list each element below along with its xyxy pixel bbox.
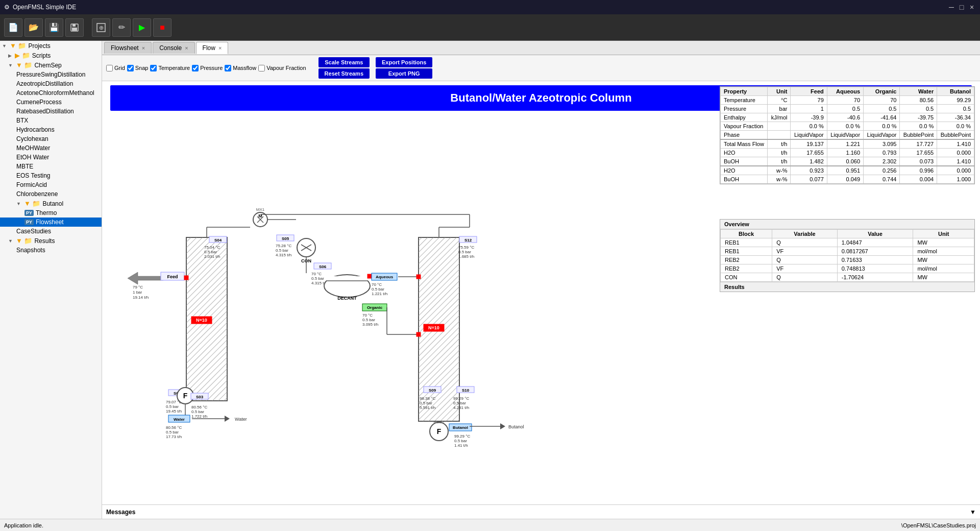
sidebar-item-eos-label: EOS Testing	[16, 172, 50, 179]
pressure-checkbox[interactable]	[192, 65, 199, 71]
export-positions-button[interactable]: Export Positions	[376, 57, 432, 67]
sidebar-item-snapshots[interactable]: Snapshots	[0, 246, 102, 255]
save-as-button[interactable]	[65, 18, 84, 37]
mx1-label: MX1	[256, 207, 265, 212]
s04-temp: 75.04 °C	[204, 245, 220, 250]
sidebar-item-flowsheet[interactable]: PY Flowsheet	[0, 218, 102, 227]
sidebar-item-cyclohexan[interactable]: Cyclohexan	[0, 134, 102, 143]
save-button[interactable]: 💾	[45, 18, 63, 37]
vapour-fraction-checkbox[interactable]	[258, 65, 265, 71]
butanol-temp: 99.29 °C	[454, 434, 470, 439]
butanol-arrow	[500, 423, 505, 429]
s06-label: S06	[319, 264, 327, 269]
grid-checkbox[interactable]	[106, 65, 113, 71]
s02-pres: 0.5 bar	[166, 404, 179, 409]
water-flow: 17.73 t/h	[166, 435, 182, 439]
messages-chevron[interactable]: ▼	[970, 509, 976, 516]
sidebar-item-formic-label: FormicAcid	[16, 181, 47, 188]
table-row: REB2Q0.71633MW	[721, 256, 974, 264]
sidebar-item-projects[interactable]: ▼ 📁 Projects	[0, 41, 102, 51]
run-button[interactable]: ▶	[133, 18, 151, 37]
table-row: REB2VF0.748813mol/mol	[721, 264, 974, 273]
sidebar-item-scripts[interactable]: ▶ 📁 Scripts	[0, 51, 102, 60]
decant-mid	[327, 276, 368, 286]
sidebar-item-acm-label: AcetoneChloroformMethanol	[16, 89, 94, 96]
sidebar-item-casestudies[interactable]: CaseStudies	[0, 227, 102, 236]
import-button[interactable]: ⊕	[92, 18, 110, 37]
titlebar-controls: ─ □ ×	[947, 3, 976, 11]
tab-flow-close[interactable]: ×	[218, 45, 222, 51]
maximize-button[interactable]: □	[958, 3, 966, 11]
sidebar-item-hydrocarbons[interactable]: Hydrocarbons	[0, 125, 102, 134]
s05-label: S05	[282, 236, 289, 241]
snap-checkbox[interactable]	[127, 65, 134, 71]
edit-button[interactable]: ✏	[112, 18, 131, 37]
pressure-checkbox-label[interactable]: Pressure	[192, 65, 223, 71]
tab-flowsheet-close[interactable]: ×	[142, 45, 145, 51]
stop-button[interactable]: ■	[153, 18, 172, 37]
sidebar-item-formic[interactable]: FormicAcid	[0, 180, 102, 189]
snap-checkbox-label[interactable]: Snap	[127, 65, 149, 71]
temperature-checkbox-label[interactable]: Temperature	[150, 65, 190, 71]
folder-icon: ▼ 📁	[24, 200, 40, 207]
water-stream-label: Water	[174, 417, 185, 422]
feed-label: Feed	[167, 274, 178, 279]
messages-area[interactable]: Messages ▼	[102, 504, 980, 519]
massflow-checkbox-label[interactable]: Massflow	[225, 65, 256, 71]
close-button[interactable]: ×	[968, 3, 976, 11]
organic-temp: 70 °C	[362, 313, 373, 318]
new-file-button[interactable]: 📄	[4, 18, 22, 37]
n10-col1-text: N=10	[196, 318, 207, 323]
toolbar: 📄 📂 💾 ⊕ ✏ ▶ ■	[0, 14, 980, 41]
vapour-fraction-checkbox-label[interactable]: Vapour Fraction	[258, 65, 306, 71]
statusbar: Application idle. \OpenFMSL\CaseStudies.…	[0, 519, 980, 531]
tab-console-close[interactable]: ×	[185, 45, 188, 51]
tab-flow[interactable]: Flow ×	[196, 42, 229, 54]
feed-port	[184, 276, 188, 280]
flow-diagram[interactable]: Feed 79 °C 1 bar 19.14 t/h N=10	[102, 115, 561, 472]
sidebar-item-meohwater[interactable]: MeOHWater	[0, 143, 102, 153]
s10-label: S10	[462, 388, 470, 393]
sidebar-item-psd[interactable]: PressureSwingDistillation	[0, 70, 102, 79]
sidebar-item-thermo[interactable]: PY Thermo	[0, 208, 102, 218]
sidebar: ▼ 📁 Projects ▶ 📁 Scripts ▼ 📁 ChemSep Pre…	[0, 41, 102, 519]
sidebar-item-snapshots-label: Snapshots	[16, 247, 45, 254]
folder-icon: ▼ 📁	[16, 237, 32, 245]
feed-temp: 79 °C	[133, 285, 143, 289]
sidebar-item-meohwater-label: MeOHWater	[16, 144, 50, 152]
feed-pres: 1 bar	[133, 290, 142, 295]
export-png-button[interactable]: Export PNG	[376, 68, 432, 79]
massflow-checkbox[interactable]	[225, 65, 231, 71]
minimize-button[interactable]: ─	[947, 3, 955, 11]
sidebar-item-cumene-label: CumeneProcess	[16, 99, 62, 106]
reset-streams-button[interactable]: Reset Streams	[318, 68, 370, 79]
scale-streams-button[interactable]: Scale Streams	[318, 57, 370, 67]
prop-header-property: Property	[721, 87, 768, 96]
prop-header-butanol: Butanol	[937, 87, 974, 96]
sidebar-item-results[interactable]: ▼ 📁 Results	[0, 236, 102, 246]
sidebar-item-butanol[interactable]: ▼ 📁 Butanol	[0, 199, 102, 208]
sidebar-item-ratebased[interactable]: RatebasedDistillation	[0, 107, 102, 116]
flow-area[interactable]: Butanol/Water Azeotropic Column Feed 79 …	[102, 81, 980, 504]
tab-console[interactable]: Console ×	[153, 42, 194, 54]
sidebar-item-chemsep[interactable]: ▼ 📁 ChemSep	[0, 60, 102, 70]
grid-checkbox-label[interactable]: Grid	[106, 65, 125, 71]
sidebar-item-btx[interactable]: BTX	[0, 116, 102, 125]
table-row: CONQ-1.70624MW	[721, 273, 974, 282]
sidebar-item-casestudies-label: CaseStudies	[16, 228, 51, 235]
sidebar-item-mbte[interactable]: MBTE	[0, 162, 102, 171]
sidebar-item-azd[interactable]: AzeotropicDistillation	[0, 79, 102, 88]
folder-icon: ▶ 📁	[15, 52, 30, 59]
table-row: REB1Q1.04847MW	[721, 238, 974, 247]
table-row: BuOHw-% 0.0770.0490.7440.0041.000	[721, 175, 974, 184]
temperature-checkbox[interactable]	[150, 65, 157, 71]
sidebar-item-acm[interactable]: AcetoneChloroformMethanol	[0, 88, 102, 98]
sidebar-item-etohwater[interactable]: EtOH Water	[0, 153, 102, 162]
water-temp: 80.56 °C	[166, 425, 182, 430]
tab-flowsheet[interactable]: Flowsheet ×	[104, 42, 152, 54]
sidebar-item-chloro[interactable]: Chlorobenzene	[0, 189, 102, 199]
sidebar-item-cumene[interactable]: CumeneProcess	[0, 98, 102, 107]
open-button[interactable]: 📂	[24, 18, 43, 37]
sidebar-item-eos[interactable]: EOS Testing	[0, 171, 102, 180]
overview-header-variable: Variable	[772, 230, 838, 238]
